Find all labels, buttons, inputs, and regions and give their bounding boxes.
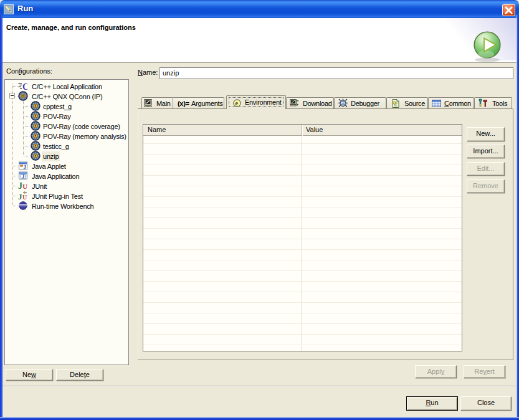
svg-text:J: J xyxy=(24,164,27,170)
svg-text:U: U xyxy=(22,194,27,201)
svg-text:J: J xyxy=(18,192,22,201)
svg-text:e: e xyxy=(235,100,238,107)
svg-text:C: C xyxy=(22,82,27,92)
svg-text:J: J xyxy=(18,181,22,191)
svg-text:U: U xyxy=(22,183,27,190)
